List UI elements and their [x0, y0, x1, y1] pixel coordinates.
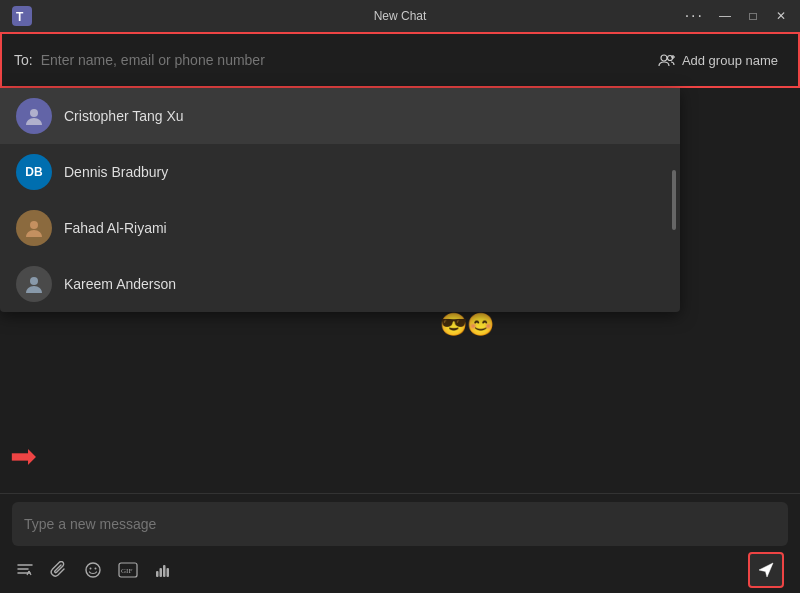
to-bar: To: Add group name [0, 32, 800, 88]
toolbar-icons: GIF [16, 561, 172, 579]
send-icon [757, 561, 775, 579]
svg-rect-16 [160, 568, 163, 577]
dropdown-scrollbar [672, 170, 676, 230]
maximize-button[interactable]: □ [746, 9, 760, 23]
avatar: DB [16, 154, 52, 190]
more-options-button[interactable]: ··· [685, 7, 704, 25]
svg-text:GIF: GIF [121, 567, 132, 575]
window-title: New Chat [374, 9, 427, 23]
message-input-box [12, 502, 788, 546]
to-label: To: [14, 52, 33, 68]
title-bar: T New Chat ··· — □ ✕ [0, 0, 800, 32]
svg-text:T: T [16, 10, 24, 24]
svg-point-10 [86, 563, 100, 577]
teams-logo-icon: T [12, 6, 32, 26]
avatar [16, 210, 52, 246]
attach-icon[interactable] [50, 561, 68, 579]
toolbar-area: GIF [12, 552, 788, 588]
svg-rect-15 [156, 571, 159, 577]
svg-point-12 [95, 568, 97, 570]
avatar [16, 266, 52, 302]
svg-point-3 [667, 56, 672, 61]
svg-rect-17 [163, 565, 166, 577]
avatar [16, 98, 52, 134]
list-item[interactable]: Fahad Al-Riyami [0, 200, 680, 256]
emoji-row: 😎😊 [440, 312, 494, 338]
send-button[interactable] [748, 552, 784, 588]
message-input-area: GIF [0, 493, 800, 593]
title-bar-controls: ··· — □ ✕ [685, 7, 788, 25]
minimize-button[interactable]: — [718, 9, 732, 23]
recipient-input[interactable] [41, 52, 650, 68]
message-input[interactable] [24, 516, 776, 532]
svg-point-11 [90, 568, 92, 570]
list-item[interactable]: Kareem Anderson [0, 256, 680, 312]
svg-point-6 [30, 109, 38, 117]
audio-icon[interactable] [154, 561, 172, 579]
list-item[interactable]: Cristopher Tang Xu [0, 88, 680, 144]
contact-name: Cristopher Tang Xu [64, 108, 184, 124]
group-icon [658, 51, 676, 69]
add-group-button[interactable]: Add group name [650, 45, 786, 75]
svg-point-8 [30, 277, 38, 285]
gif-icon[interactable]: GIF [118, 562, 138, 578]
contact-name: Fahad Al-Riyami [64, 220, 167, 236]
contact-name: Dennis Bradbury [64, 164, 168, 180]
title-bar-left: T [12, 6, 32, 26]
format-icon[interactable] [16, 561, 34, 579]
svg-rect-18 [167, 568, 170, 577]
svg-point-2 [661, 55, 667, 61]
arrow-indicator: ➡ [10, 437, 37, 475]
contact-dropdown: Cristopher Tang Xu DB Dennis Bradbury Fa… [0, 88, 680, 312]
list-item[interactable]: DB Dennis Bradbury [0, 144, 680, 200]
emoji-icon[interactable] [84, 561, 102, 579]
contact-name: Kareem Anderson [64, 276, 176, 292]
svg-point-7 [30, 221, 38, 229]
close-button[interactable]: ✕ [774, 9, 788, 23]
add-group-label: Add group name [682, 53, 778, 68]
